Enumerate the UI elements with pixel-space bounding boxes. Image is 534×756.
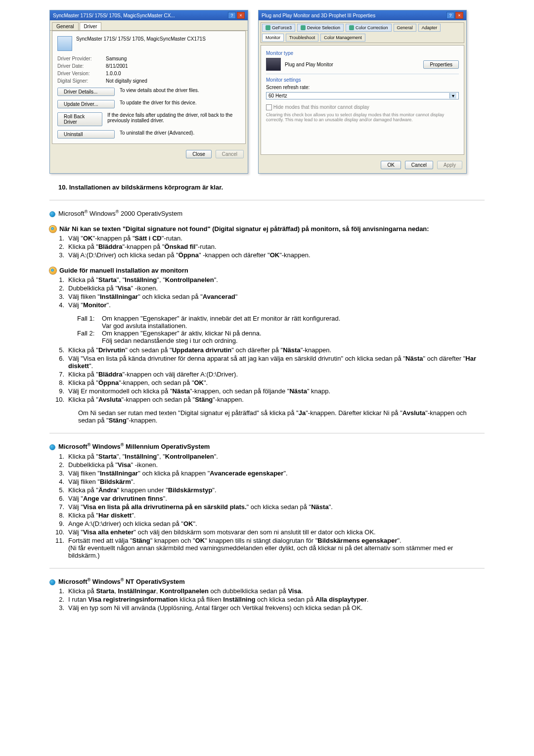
tab-driver[interactable]: Driver [80,22,102,30]
dialog-tabs: General Driver [50,20,248,31]
close-icon[interactable]: × [237,12,245,19]
dialog-body: SyncMaster 171S/ 175S/ 170S, MagicSyncMa… [52,31,246,144]
close-icon[interactable]: × [455,12,463,19]
after-manual-text: Om Ni sedan ser rutan med texten "Digita… [49,409,485,424]
hide-modes-help: Clearing this check box allows you to se… [266,112,459,122]
list-winnt: 1.Klicka på Starta, Inställningar, Kontr… [49,587,485,612]
driver-details-button[interactable]: Driver Details... [57,88,115,96]
signer-label: Digital Signer: [57,78,102,84]
step-10-text: 10. Installationen av bildskärmens körpr… [58,184,485,191]
chevron-down-icon: ▾ [449,93,456,98]
driver-details-text: To view details about the driver files. [120,88,199,93]
bullet-icon [49,211,55,217]
monitor-icon [266,58,281,71]
bullet-icon [49,444,55,450]
tab-geforce3[interactable]: GeForce3 [262,24,295,32]
driver-properties-dialog: SyncMaster 171S/ 175S/ 170S, MagicSyncMa… [49,10,248,174]
dialog-titlebar: SyncMaster 171S/ 175S/ 170S, MagicSyncMa… [50,10,248,20]
screenshot-row: SyncMaster 171S/ 175S/ 170S, MagicSyncMa… [49,10,485,174]
hide-modes-label: Hide modes that this monitor cannot disp… [273,104,369,110]
dialog-tabs: GeForce3 Device Selection Color Correcti… [261,22,464,43]
divider [49,200,485,200]
list-digital-signature: 1.Välj "OK"-knappen på "Sätt i CD"-rutan… [49,235,485,259]
nvidia-icon [349,25,354,30]
tab-monitor[interactable]: Monitor [262,34,284,42]
uninstall-text: To uninstall the driver (Advanced). [120,130,194,136]
tab-color-management[interactable]: Color Management [320,34,365,42]
gear-icon [49,226,56,233]
provider-label: Driver Provider: [57,56,102,61]
nvidia-icon [301,25,306,30]
cancel-button: Cancel [216,150,244,158]
tab-general[interactable]: General [52,22,79,30]
tab-device-selection[interactable]: Device Selection [297,24,344,32]
window-buttons: ?× [227,12,245,19]
date-label: Driver Date: [57,63,102,69]
uninstall-button[interactable]: Uninstall [57,130,115,139]
tab-general[interactable]: General [394,24,416,32]
monitor-type-label: Monitor type [266,50,459,56]
monitor-properties-button[interactable]: Properties [423,60,459,69]
heading-manual-install: Guide för manuell installation av monito… [49,267,485,274]
tab-color-correction[interactable]: Color Correction [346,24,392,32]
date-value: 8/11/2001 [106,63,128,69]
cancel-button[interactable]: Cancel [405,161,433,169]
list-winme: 1.Klicka på "Starta", "Inställning", "Ko… [49,453,485,559]
close-button[interactable]: Close [186,150,212,158]
monitor-properties-dialog: Plug and Play Monitor and 3D Prophet III… [258,10,467,174]
tab-troubleshoot[interactable]: Troubleshoot [286,34,318,42]
dialog-body: Monitor type Plug and Play Monitor Prope… [261,45,464,155]
heading-winme: Microsoft® Windows® Millennium OperativS… [49,442,485,450]
device-name: SyncMaster 171S/ 175S/ 170S, MagicSyncMa… [76,36,206,42]
divider [49,568,485,568]
refresh-rate-select[interactable]: 60 Hertz▾ [266,92,459,99]
update-driver-text: To update the driver for this device. [120,100,197,105]
monitor-type-value: Plug and Play Monitor [285,62,419,67]
nvidia-icon [266,25,270,30]
provider-value: Samsung [106,56,127,61]
update-driver-button[interactable]: Update Driver... [57,100,115,108]
signer-value: Not digitally signed [106,78,147,84]
list-manual-install-cont: 5.Klicka på "Drivrutin" och sedan på "Up… [49,346,485,403]
rollback-driver-text: If the device fails after updating the d… [107,112,240,123]
fall2: Fall 2:Om knappen "Egenskaper" är aktiv,… [49,330,485,344]
heading-digital-signature: När Ni kan se texten "Digital signature … [49,225,485,233]
divider [49,433,485,433]
device-icon [57,36,72,51]
tab-adapter[interactable]: Adapter [418,24,441,32]
version-value: 1.0.0.0 [106,71,121,76]
version-label: Driver Version: [57,71,102,76]
fall1: Fall 1:Om knappen "Egenskaper" är inakti… [49,315,485,330]
dialog-title: Plug and Play Monitor and 3D Prophet III… [262,13,375,18]
bullet-icon [49,579,55,585]
heading-win2000: Microsoft® Windows® 2000 OperativSystem [49,209,485,217]
apply-button: Apply [437,161,462,169]
hide-modes-checkbox[interactable] [266,104,272,110]
monitor-settings-label: Monitor settings [266,74,459,83]
rollback-driver-button[interactable]: Roll Back Driver [57,112,102,126]
heading-winnt: Microsoft® Windows® NT OperativSystem [49,577,485,585]
help-icon[interactable]: ? [228,12,236,19]
dialog-title: SyncMaster 171S/ 175S/ 170S, MagicSyncMa… [53,13,175,18]
refresh-rate-label: Screen refresh rate: [266,85,459,90]
ok-button[interactable]: OK [381,161,400,169]
window-buttons: ?× [445,12,463,19]
help-icon[interactable]: ? [446,12,454,19]
dialog-titlebar: Plug and Play Monitor and 3D Prophet III… [259,10,466,20]
gear-icon [49,267,56,274]
list-manual-install: 1.Klicka på "Starta", "Inställning", "Ko… [49,276,485,309]
